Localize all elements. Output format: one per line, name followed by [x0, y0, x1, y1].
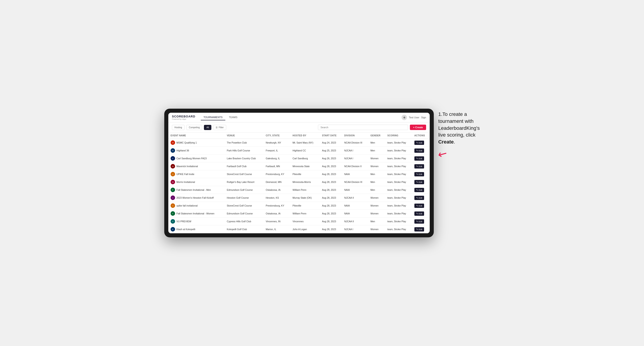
- sign-text[interactable]: Sign: [421, 116, 426, 119]
- scoring-cell: team, Stroke Play: [385, 217, 412, 225]
- hosted-by-cell: Minnesota-Morris: [290, 178, 320, 186]
- start-date-cell: Aug 28, 2023: [320, 170, 342, 178]
- gender-cell: Women: [368, 202, 385, 210]
- event-name-cell: 2 2023 Women's Hesston Fall Kickoff: [168, 194, 225, 202]
- event-name-cell: M Morris Invitational: [168, 178, 225, 186]
- hosted-by-cell: Carl Sandburg: [290, 155, 320, 163]
- event-name: Klash at Kokopelli: [176, 228, 195, 231]
- filter-button[interactable]: ☰ Filter: [213, 125, 226, 130]
- header-right: ⚙ Test User Sign: [402, 115, 426, 120]
- table-row: K Klash at Kokopelli Kokopelli Golf Club…: [168, 225, 430, 233]
- create-highlight: Create: [438, 139, 454, 145]
- edit-button[interactable]: ✎ Edit: [414, 156, 424, 161]
- table-container: EVENT NAME VENUE CITY, STATE HOSTED BY S…: [168, 133, 430, 233]
- team-logo: V: [170, 219, 175, 224]
- pencil-icon: ✎: [416, 142, 418, 144]
- team-logo: F: [170, 211, 175, 216]
- hosted-by-cell: Pikeville: [290, 202, 320, 210]
- gender-cell: Men: [368, 170, 385, 178]
- actions-cell: ✎ Edit: [412, 225, 430, 233]
- actions-cell: ✎ Edit: [412, 217, 430, 225]
- table-row: F Fall Statesmen Invitational - Men Edmu…: [168, 186, 430, 194]
- venue-cell: Lake Bracken Country Club: [225, 155, 264, 163]
- table-row: F Fall Statesmen Invitational - Women Ed…: [168, 210, 430, 217]
- edit-button[interactable]: ✎ Edit: [414, 204, 424, 208]
- competing-button[interactable]: Competing: [186, 125, 202, 130]
- start-date-cell: Aug 28, 2023: [320, 210, 342, 217]
- actions-cell: ✎ Edit: [412, 194, 430, 202]
- pencil-icon: ✎: [416, 197, 418, 199]
- gender-cell: Men: [368, 147, 385, 155]
- start-date-cell: Aug 28, 2023: [320, 194, 342, 202]
- table-header-row: EVENT NAME VENUE CITY, STATE HOSTED BY S…: [168, 133, 430, 139]
- scoring-cell: team, Stroke Play: [385, 194, 412, 202]
- tab-teams[interactable]: TEAMS: [226, 115, 240, 120]
- pencil-icon: ✎: [416, 165, 418, 168]
- start-date-cell: Aug 24, 2023: [320, 139, 342, 147]
- col-gender: GENDER: [368, 133, 385, 139]
- start-date-cell: Aug 28, 2023: [320, 202, 342, 210]
- edit-button[interactable]: ✎ Edit: [414, 227, 424, 231]
- actions-cell: ✎ Edit: [412, 202, 430, 210]
- venue-cell: StoneCrest Golf Course: [225, 202, 264, 210]
- edit-button[interactable]: ✎ Edit: [414, 172, 424, 176]
- city-state-cell: Vincennes, IN: [264, 217, 290, 225]
- col-city-state: CITY, STATE: [264, 133, 290, 139]
- start-date-cell: Aug 28, 2023: [320, 178, 342, 186]
- hosted-by-cell: Mt. Saint Mary (NY): [290, 139, 320, 147]
- team-logo: M: [170, 140, 175, 145]
- city-state-cell: Galesburg, IL: [264, 155, 290, 163]
- team-logo: U: [170, 172, 175, 176]
- event-name-cell: F Fall Statesmen Invitational - Women: [168, 210, 225, 217]
- city-state-cell: Hesston, KS: [264, 194, 290, 202]
- hosted-by-cell: John A Logan: [290, 225, 320, 233]
- edit-button[interactable]: ✎ Edit: [414, 149, 424, 153]
- all-button[interactable]: All: [204, 125, 211, 130]
- search-input[interactable]: [318, 125, 408, 130]
- gender-cell: Men: [368, 139, 385, 147]
- edit-button[interactable]: ✎ Edit: [414, 164, 424, 169]
- scoring-cell: team, Stroke Play: [385, 147, 412, 155]
- pencil-icon: ✎: [416, 189, 418, 191]
- venue-cell: Edmundson Golf Course: [225, 186, 264, 194]
- event-name: 2023 Women's Hesston Fall Kickoff: [176, 196, 214, 199]
- edit-button[interactable]: ✎ Edit: [414, 180, 424, 184]
- scoring-cell: team, Stroke Play: [385, 170, 412, 178]
- arrow-icon: ↙: [436, 146, 450, 161]
- edit-button[interactable]: ✎ Edit: [414, 211, 424, 216]
- team-logo: M: [170, 164, 175, 169]
- division-cell: NJCAA I: [342, 155, 368, 163]
- col-division: DIVISION: [342, 133, 368, 139]
- division-cell: NAIA: [342, 170, 368, 178]
- create-button[interactable]: + Create: [410, 125, 426, 130]
- tab-tournaments[interactable]: TOURNAMENTS: [201, 115, 225, 120]
- actions-cell: ✎ Edit: [412, 170, 430, 178]
- event-name-cell: K Klash at Kokopelli: [168, 225, 225, 233]
- actions-cell: ✎ Edit: [412, 139, 430, 147]
- search-box: [318, 125, 408, 130]
- city-state-cell: Freeport, IL: [264, 147, 290, 155]
- event-name-cell: M MSMC Qualifying 1: [168, 139, 225, 147]
- col-venue: VENUE: [225, 133, 264, 139]
- venue-cell: Kokopelli Golf Club: [225, 225, 264, 233]
- team-logo: K: [170, 227, 175, 231]
- scoring-cell: team, Stroke Play: [385, 225, 412, 233]
- settings-icon[interactable]: ⚙: [402, 115, 407, 120]
- event-name-cell: F Fall Statesmen Invitational - Men: [168, 186, 225, 194]
- venue-cell: The Powelton Club: [225, 139, 264, 147]
- hosted-by-cell: Vincennes: [290, 217, 320, 225]
- gender-cell: Women: [368, 163, 385, 170]
- edit-button[interactable]: ✎ Edit: [414, 219, 424, 224]
- edit-button[interactable]: ✎ Edit: [414, 188, 424, 192]
- table-row: U UPIKE Fall Invite StoneCrest Golf Cour…: [168, 170, 430, 178]
- table-row: V VU PREVIEW Cypress Hills Golf Club Vin…: [168, 217, 430, 225]
- event-name: Highland 36: [176, 149, 189, 152]
- edit-button[interactable]: ✎ Edit: [414, 196, 424, 200]
- scoring-cell: team, Stroke Play: [385, 139, 412, 147]
- hosting-button[interactable]: Hosting: [172, 125, 184, 130]
- col-scoring: SCORING: [385, 133, 412, 139]
- edit-button[interactable]: ✎ Edit: [414, 141, 424, 145]
- hosted-by-cell: Pikeville: [290, 170, 320, 178]
- city-state-cell: Faribault, MN: [264, 163, 290, 170]
- user-text: Test User: [409, 116, 419, 119]
